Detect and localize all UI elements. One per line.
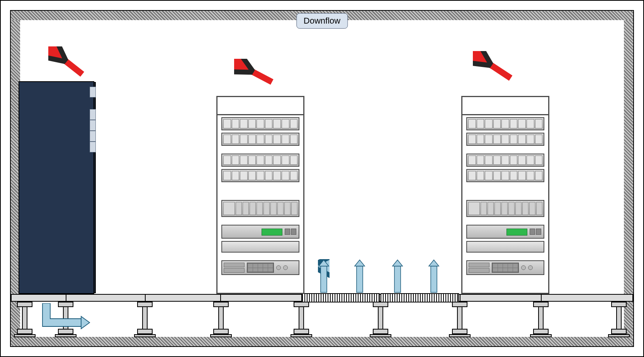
- perforated-tile: [302, 293, 380, 302]
- server-control-panel: [492, 263, 519, 273]
- floor-panel-seam: [220, 294, 221, 302]
- blade-chassis: [466, 200, 544, 217]
- rack-spacer: [466, 219, 544, 222]
- crac-control-panel: [90, 87, 96, 97]
- blank-panel: [221, 241, 299, 253]
- switch-buttons: [530, 229, 541, 235]
- rack-spacer: [466, 148, 544, 151]
- drive-bay: [469, 263, 489, 273]
- power-led-icon: [276, 265, 281, 270]
- lcd-display-icon: [506, 229, 527, 236]
- floor-pedestal: [373, 302, 388, 340]
- floor-panel-seam: [460, 294, 460, 302]
- floor-pedestal: [17, 302, 32, 340]
- server-rack: [461, 96, 549, 294]
- rack-spacer: [221, 219, 299, 222]
- perforated-tile: [381, 293, 459, 302]
- floor-panel-seam: [541, 294, 542, 302]
- disk-shelf: [466, 169, 544, 182]
- power-led-icon: [521, 265, 526, 270]
- drive-bay: [224, 263, 245, 273]
- blank-panel: [466, 241, 544, 253]
- diagram-title: Downflow: [296, 13, 348, 29]
- server-rack: [216, 96, 304, 294]
- crac-control-panel: [90, 131, 96, 142]
- rack-units: [221, 117, 299, 289]
- disk-shelf: [466, 117, 544, 130]
- rack-top-frame: [217, 97, 303, 115]
- disk-shelf: [466, 154, 544, 167]
- rack-spacer: [466, 184, 544, 198]
- floor-pedestal: [452, 302, 467, 340]
- crac-unit: [19, 81, 94, 294]
- floor-pedestal: [58, 302, 73, 340]
- floor-panel-seam: [66, 294, 66, 302]
- rack-spacer: [466, 255, 544, 258]
- rack-spacer: [221, 184, 299, 198]
- lcd-display-icon: [262, 229, 282, 236]
- power-led-icon: [528, 265, 533, 270]
- server-1u: [466, 260, 544, 275]
- floor-pedestal: [611, 302, 627, 340]
- disk-shelf: [221, 133, 299, 146]
- rack-spacer: [221, 255, 299, 258]
- crac-control-panel: [90, 142, 96, 152]
- floor-pedestal: [294, 302, 309, 340]
- server-1u: [221, 260, 299, 275]
- disk-shelf: [466, 133, 544, 146]
- rack-spacer: [221, 148, 299, 151]
- server-control-panel: [247, 263, 274, 273]
- blade-chassis: [221, 200, 299, 217]
- floor-pedestal: [213, 302, 229, 340]
- disk-shelf: [221, 117, 299, 130]
- network-switch: [466, 225, 544, 239]
- crac-control-panel: [90, 109, 96, 120]
- rack-top-frame: [462, 97, 548, 115]
- floor-pedestal: [533, 302, 549, 340]
- disk-shelf: [221, 169, 299, 182]
- network-switch: [221, 225, 299, 239]
- crac-control-panel: [90, 120, 96, 131]
- rack-units: [466, 117, 544, 289]
- floor-panel-seam: [145, 294, 146, 302]
- disk-shelf: [221, 154, 299, 167]
- floor-pedestal: [137, 302, 153, 340]
- power-led-icon: [283, 265, 288, 270]
- switch-buttons: [285, 229, 296, 235]
